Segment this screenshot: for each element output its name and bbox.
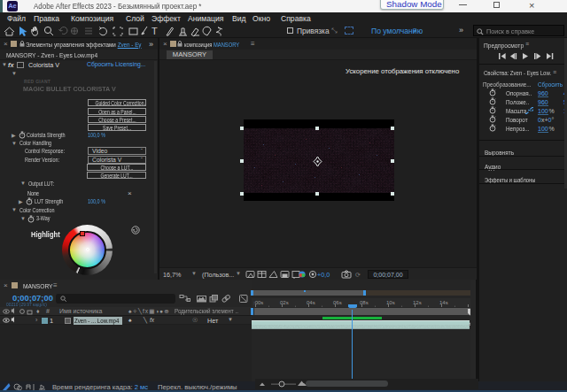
svg-text:T: T bbox=[151, 26, 158, 36]
